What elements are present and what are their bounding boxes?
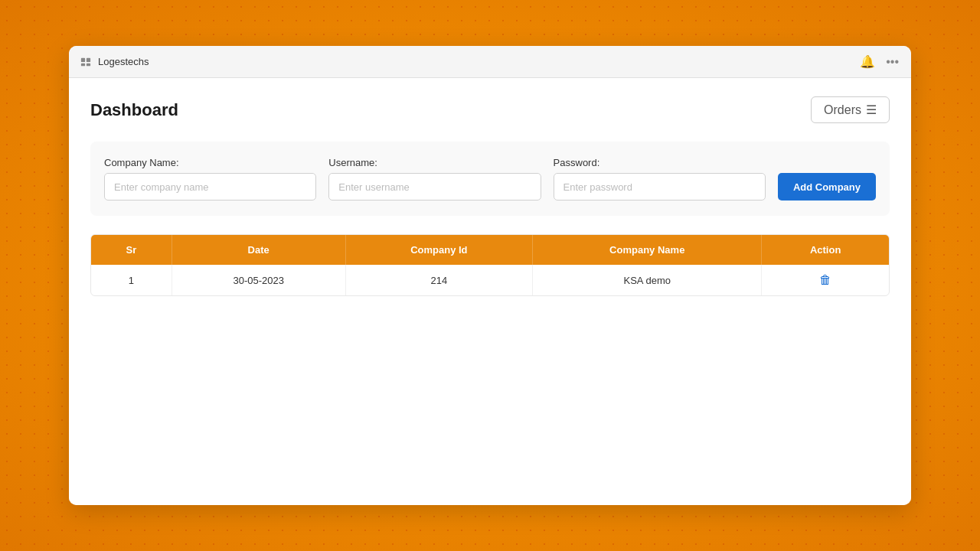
orders-label: Orders <box>824 103 861 117</box>
username-input[interactable] <box>328 173 541 201</box>
username-label: Username: <box>328 157 541 168</box>
delete-button[interactable]: 🗑 <box>819 273 831 287</box>
page-title: Dashboard <box>90 100 178 120</box>
svg-rect-2 <box>81 63 85 66</box>
cell-sr: 1 <box>91 265 172 295</box>
company-name-input[interactable] <box>104 173 316 201</box>
svg-rect-3 <box>87 63 90 66</box>
table-row: 1 30-05-2023 214 KSA demo 🗑 <box>91 265 889 295</box>
pin-button[interactable]: 🔔 <box>858 53 877 70</box>
cell-company-name: KSA demo <box>533 265 762 295</box>
password-label: Password: <box>554 157 766 168</box>
company-name-group: Company Name: <box>104 157 316 201</box>
add-company-form: Company Name: Username: Password: Add Co… <box>90 142 890 216</box>
title-bar-actions: 🔔 ••• <box>858 53 900 70</box>
main-content: Dashboard Orders ☰ Company Name: Usernam… <box>69 78 911 505</box>
page-header: Dashboard Orders ☰ <box>90 96 890 123</box>
password-group: Password: <box>554 157 766 201</box>
svg-rect-0 <box>81 57 85 61</box>
password-input[interactable] <box>554 173 766 201</box>
orders-button[interactable]: Orders ☰ <box>811 96 890 123</box>
table-header: Sr Date Company Id Company Name Action <box>91 235 889 265</box>
cell-company-id: 214 <box>345 265 533 295</box>
companies-table: Sr Date Company Id Company Name Action 1… <box>91 235 889 295</box>
companies-table-container: Sr Date Company Id Company Name Action 1… <box>90 234 890 296</box>
title-bar-left: Logestechs <box>80 56 149 68</box>
title-bar-appname: Logestechs <box>98 56 149 67</box>
delete-icon: 🗑 <box>819 273 831 287</box>
username-group: Username: <box>328 157 541 201</box>
col-company-id: Company Id <box>345 235 533 265</box>
svg-rect-1 <box>87 57 90 61</box>
app-icon <box>80 56 92 68</box>
title-bar: Logestechs 🔔 ••• <box>69 46 911 78</box>
add-company-button[interactable]: Add Company <box>778 173 876 201</box>
col-action: Action <box>762 235 889 265</box>
cell-action: 🗑 <box>762 265 889 295</box>
header-row: Sr Date Company Id Company Name Action <box>91 235 889 265</box>
orders-filter-icon: ☰ <box>866 103 877 117</box>
col-date: Date <box>172 235 345 265</box>
more-icon: ••• <box>886 55 899 69</box>
pin-icon: 🔔 <box>860 54 875 69</box>
col-sr: Sr <box>91 235 172 265</box>
more-button[interactable]: ••• <box>884 54 900 70</box>
col-company-name: Company Name <box>533 235 762 265</box>
app-window: Logestechs 🔔 ••• Dashboard Orders ☰ Comp <box>69 46 911 505</box>
cell-date: 30-05-2023 <box>172 265 345 295</box>
company-name-label: Company Name: <box>104 157 316 168</box>
form-row: Company Name: Username: Password: Add Co… <box>104 157 876 201</box>
table-body: 1 30-05-2023 214 KSA demo 🗑 <box>91 265 889 295</box>
